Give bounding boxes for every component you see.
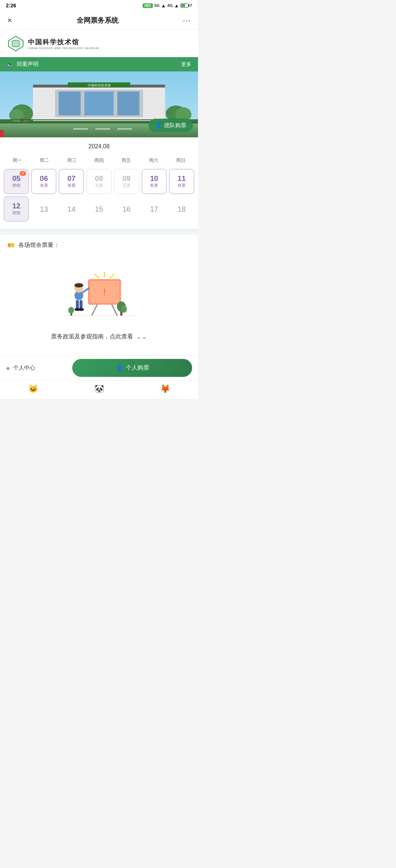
battery-num: 7: [190, 3, 192, 8]
notice-left: 🔈 郑重声明: [7, 61, 38, 68]
policy-link[interactable]: 票务政策及参观指南，点此查看 ⌄⌄: [51, 333, 147, 341]
svg-line-32: [110, 274, 114, 278]
svg-rect-8: [59, 92, 81, 115]
logo-icon: [7, 35, 24, 52]
svg-point-36: [74, 283, 83, 288]
nav-item-0[interactable]: 🐱: [28, 384, 38, 394]
logo-en-name: CHINA SCIENCE AND TECHNOLOGY MUSEUM: [28, 47, 99, 50]
chevron-down-icon: ⌄⌄: [136, 333, 147, 341]
calendar-grid-row1: 今 05 闭馆 06 有票 07 有票 08 无票 09 无票 10 有票: [0, 169, 198, 194]
calendar-day-15[interactable]: 15: [86, 196, 111, 222]
header: × 全网票务系统 ···: [0, 11, 198, 30]
battery-icon: [180, 3, 188, 8]
hd-badge: HD!: [143, 3, 153, 8]
svg-rect-16: [21, 118, 23, 123]
calendar-day-08[interactable]: 08 无票: [86, 169, 111, 194]
calendar-day-09[interactable]: 09 无票: [114, 169, 139, 194]
nav-item-1[interactable]: 🐼: [94, 384, 104, 394]
svg-rect-22: [0, 130, 4, 137]
museum-image-container: 中国科学技术馆 👤 团队购票: [0, 71, 198, 137]
weekday-sat: 周六: [140, 156, 167, 165]
svg-rect-25: [117, 128, 132, 130]
calendar-month: 2024.08: [0, 143, 198, 150]
nav-icon-1: 🐼: [94, 384, 104, 394]
ticket-availability-title: 🎫 各场馆余票量：: [7, 241, 191, 249]
calendar-day-05[interactable]: 今 05 闭馆: [4, 169, 29, 194]
bottom-nav: 🐱 🐼 🦊: [0, 380, 198, 399]
logo-area: 中国科学技术馆 CHINA SCIENCE AND TECHNOLOGY MUS…: [0, 30, 198, 57]
svg-point-43: [121, 305, 127, 313]
calendar-day-11[interactable]: 11 有票: [169, 169, 194, 194]
status-bar: 2:26 HD! 5G ▲ 4G ▲ 7: [0, 0, 198, 11]
close-button[interactable]: ×: [7, 16, 12, 25]
svg-line-29: [112, 305, 117, 316]
wifi-diamond-icon: ◈: [6, 365, 10, 371]
weekday-sun: 周日: [167, 156, 194, 165]
svg-point-45: [68, 307, 74, 314]
calendar-day-13[interactable]: 13: [31, 196, 56, 222]
svg-rect-10: [117, 92, 139, 115]
calendar-day-17[interactable]: 17: [142, 196, 167, 222]
calendar-day-06[interactable]: 06 有票: [31, 169, 56, 194]
notice-more-button[interactable]: 更多: [181, 61, 191, 68]
nav-icon-0: 🐱: [28, 384, 38, 394]
group-ticket-button[interactable]: 👤 团队购票: [148, 119, 193, 132]
bottom-bar: ◈ 个人中心 👤 个人购票: [0, 355, 198, 380]
calendar-grid-row2: 12 闭馆 13 14 15 16 17 18: [0, 196, 198, 222]
network-4g: 4G: [167, 3, 173, 8]
logo: 中国科学技术馆 CHINA SCIENCE AND TECHNOLOGY MUS…: [7, 35, 99, 52]
ticket-availability-section: 🎫 各场馆余票量：: [0, 235, 198, 257]
speaker-icon: 🔈: [7, 61, 14, 68]
svg-rect-23: [73, 128, 88, 130]
logo-cn-name: 中国科学技术馆: [28, 38, 99, 47]
page-title: 全网票务系统: [77, 16, 118, 25]
calendar-day-18[interactable]: 18: [169, 196, 194, 222]
more-button[interactable]: ···: [183, 16, 191, 25]
svg-rect-38: [80, 300, 82, 309]
calendar-weekdays: 周一 周二 周三 周四 周五 周六 周日: [0, 156, 198, 165]
personal-center-label: 个人中心: [13, 364, 35, 371]
group-ticket-label: 团队购票: [164, 122, 186, 129]
svg-text:!: !: [103, 286, 106, 298]
empty-illustration: !: [62, 268, 136, 327]
divider: [0, 229, 198, 232]
svg-rect-24: [95, 128, 110, 130]
svg-point-40: [78, 308, 84, 311]
calendar-day-10[interactable]: 10 有票: [142, 169, 167, 194]
weekday-wed: 周三: [58, 156, 85, 165]
ticket-availability-label: 各场馆余票量：: [18, 241, 59, 249]
nav-item-2[interactable]: 🦊: [160, 384, 170, 394]
svg-line-28: [92, 305, 97, 316]
status-time: 2:26: [6, 3, 16, 8]
policy-text: 票务政策及参观指南，点此查看: [51, 333, 133, 341]
person-ticket-icon: 👤: [115, 364, 123, 371]
weekday-mon: 周一: [4, 156, 31, 165]
personal-center-button[interactable]: ◈ 个人中心: [6, 364, 72, 371]
logo-text: 中国科学技术馆 CHINA SCIENCE AND TECHNOLOGY MUS…: [28, 38, 99, 50]
buy-ticket-label: 个人购票: [126, 364, 149, 372]
calendar-section: 2024.08 周一 周二 周三 周四 周五 周六 周日 今 05 闭馆 06 …: [0, 137, 198, 229]
notice-label: 郑重声明: [16, 61, 38, 68]
today-badge: 今: [20, 171, 26, 176]
calendar-day-14[interactable]: 14: [59, 196, 84, 222]
ticket-icon: 🎫: [7, 242, 15, 249]
svg-text:中国科学技术馆: 中国科学技术馆: [88, 84, 111, 87]
notice-banner: 🔈 郑重声明 更多: [0, 57, 198, 71]
person-icon: 👤: [155, 122, 162, 129]
calendar-day-16[interactable]: 16: [114, 196, 139, 222]
signal-icon: ▲: [161, 3, 166, 8]
svg-line-33: [95, 274, 99, 278]
nav-icon-2: 🦊: [160, 384, 170, 394]
status-icons: HD! 5G ▲ 4G ▲ 7: [143, 3, 192, 8]
weekday-thu: 周四: [85, 156, 113, 165]
weekday-fri: 周五: [113, 156, 140, 165]
signal-icon2: ▲: [174, 3, 179, 8]
network-5g: 5G: [154, 3, 160, 8]
buy-ticket-button[interactable]: 👤 个人购票: [72, 359, 192, 377]
svg-rect-37: [76, 300, 79, 309]
illustration-area: ! 票务政策及参观指南，点此查看 ⌄⌄: [0, 257, 198, 355]
svg-rect-9: [84, 92, 114, 115]
calendar-day-12[interactable]: 12 闭馆: [4, 196, 29, 222]
calendar-day-07[interactable]: 07 有票: [59, 169, 84, 194]
weekday-tue: 周二: [31, 156, 58, 165]
